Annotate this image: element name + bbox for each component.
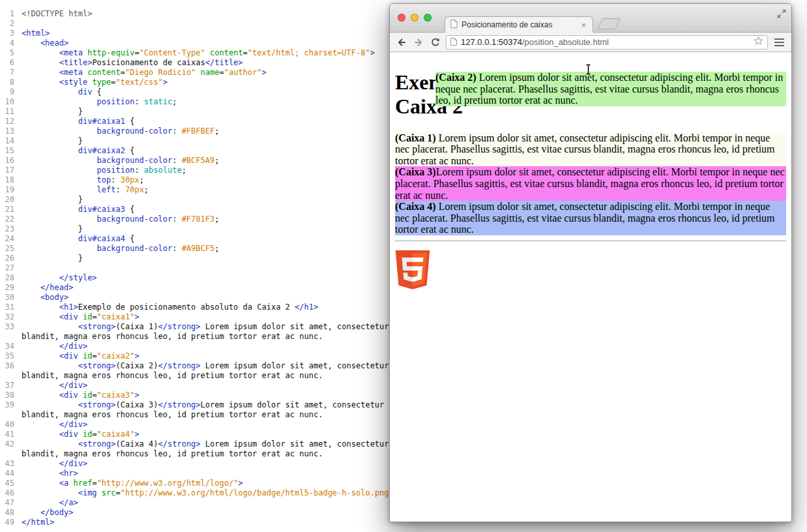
code-text: blandit, magna eros rhoncus leo, id pret… bbox=[22, 371, 323, 381]
code-text: blandit, magna eros rhoncus leo, id pret… bbox=[22, 332, 323, 342]
code-text: <style type="text/css"> bbox=[22, 78, 168, 87]
code-text: <div id="caixa3"> bbox=[22, 391, 139, 400]
url-path: /position_absolute.html bbox=[522, 37, 609, 47]
tab-title: Posicionamento de caixas bbox=[462, 20, 580, 29]
box-caixa1-text: Lorem ipsum dolor sit amet, consectetur … bbox=[395, 132, 775, 166]
code-text: </div> bbox=[22, 342, 87, 351]
code-text: } bbox=[22, 195, 83, 205]
code-text: <body> bbox=[22, 293, 68, 303]
code-text: <html> bbox=[22, 29, 50, 38]
code-text: background-color: #F781F3; bbox=[22, 214, 219, 224]
line-number: 44 bbox=[0, 469, 14, 479]
code-text: </style> bbox=[22, 273, 97, 283]
code-text: <div id="caixa1"> bbox=[22, 312, 139, 322]
line-number: 4 bbox=[0, 38, 14, 48]
line-number: 35 bbox=[0, 351, 14, 361]
code-text: <meta content="Diego Rodicio" name="auth… bbox=[22, 68, 267, 78]
code-text: </div> bbox=[22, 459, 87, 469]
line-number: 1 bbox=[0, 9, 14, 19]
favicon-icon bbox=[450, 19, 458, 31]
new-tab-button[interactable] bbox=[597, 18, 621, 29]
line-number bbox=[0, 449, 14, 459]
code-text: <hr> bbox=[22, 469, 78, 479]
box-caixa2-text: Lorem ipsum dolor sit amet, consectetur … bbox=[435, 72, 783, 106]
line-number: 6 bbox=[0, 58, 14, 68]
code-text: position: static; bbox=[22, 97, 177, 107]
minimize-window-button[interactable] bbox=[411, 14, 418, 22]
line-number: 37 bbox=[0, 381, 14, 391]
line-number: 34 bbox=[0, 342, 14, 351]
code-text: <div id="caixa2"> bbox=[22, 351, 139, 361]
code-text: blandit, magna eros rhoncus leo, id pret… bbox=[22, 410, 323, 420]
expand-window-icon[interactable] bbox=[777, 9, 786, 18]
line-number: 15 bbox=[0, 146, 14, 156]
html5-logo-link[interactable] bbox=[395, 250, 430, 289]
line-number: 49 bbox=[0, 518, 14, 527]
address-bar[interactable]: 127.0.0.1:50374/position_absolute.html bbox=[446, 35, 768, 50]
code-text: </a> bbox=[22, 498, 78, 508]
line-number: 41 bbox=[0, 430, 14, 439]
browser-tab[interactable]: Posicionamento de caixas × bbox=[445, 16, 593, 33]
code-text: background-color: #FBFBEF; bbox=[22, 126, 219, 136]
reload-button[interactable] bbox=[429, 36, 442, 49]
code-text: </div> bbox=[22, 381, 87, 391]
url-text[interactable]: 127.0.0.1:50374/position_absolute.html bbox=[461, 37, 750, 47]
line-number: 19 bbox=[0, 185, 14, 195]
box-caixa3-label: (Caixa 3) bbox=[395, 166, 436, 177]
line-number: 42 bbox=[0, 439, 14, 449]
code-text: <!DOCTYPE html> bbox=[22, 9, 92, 19]
code-text: <a href="http://www.w3.org/html/logo/"> bbox=[22, 479, 243, 488]
code-text: <strong>(Caixa 2)</strong> Lorem ipsum d… bbox=[22, 361, 403, 371]
code-text: top: 30px; bbox=[22, 175, 144, 185]
line-number: 25 bbox=[0, 244, 14, 254]
code-text: </html> bbox=[22, 518, 55, 527]
line-number: 22 bbox=[0, 214, 14, 224]
code-text: } bbox=[22, 224, 83, 234]
code-text: </div> bbox=[22, 420, 87, 430]
browser-toolbar: 127.0.0.1:50374/position_absolute.html bbox=[390, 33, 791, 52]
browser-titlebar[interactable]: Posicionamento de caixas × bbox=[390, 4, 791, 33]
tab-close-icon[interactable]: × bbox=[580, 21, 587, 29]
code-text: div#caixa4 { bbox=[22, 234, 134, 244]
line-number: 31 bbox=[0, 303, 14, 312]
window-controls bbox=[398, 14, 432, 22]
bookmark-star-icon[interactable] bbox=[754, 36, 763, 48]
line-number bbox=[0, 332, 14, 342]
code-text: position: absolute; bbox=[22, 166, 186, 175]
line-number: 9 bbox=[0, 87, 14, 97]
box-caixa2: (Caixa 2) Lorem ipsum dolor sit amet, co… bbox=[435, 72, 786, 106]
line-number: 2 bbox=[0, 19, 14, 29]
browser-window: Posicionamento de caixas × 12 bbox=[389, 3, 792, 522]
line-number: 38 bbox=[0, 391, 14, 400]
line-number: 26 bbox=[0, 254, 14, 263]
code-text: } bbox=[22, 107, 83, 117]
code-text: } bbox=[22, 136, 83, 146]
line-number: 29 bbox=[0, 283, 14, 293]
menu-icon[interactable] bbox=[772, 36, 786, 49]
close-window-button[interactable] bbox=[398, 14, 405, 22]
forward-button[interactable] bbox=[412, 36, 425, 49]
line-number bbox=[0, 410, 14, 420]
code-text: div#caixa3 { bbox=[22, 205, 134, 214]
code-text: blandit, magna eros rhoncus leo, id pret… bbox=[22, 449, 323, 459]
zoom-window-button[interactable] bbox=[424, 14, 432, 22]
page-icon bbox=[450, 37, 457, 48]
box-caixa1: (Caixa 1) Lorem ipsum dolor sit amet, co… bbox=[395, 132, 786, 167]
line-number: 20 bbox=[0, 195, 14, 205]
horizontal-rule bbox=[395, 241, 786, 241]
line-number: 27 bbox=[0, 263, 14, 273]
line-number: 48 bbox=[0, 508, 14, 518]
box-caixa4-label: (Caixa 4) bbox=[395, 201, 436, 212]
code-text: <title>Posicionamento de caixas</title> bbox=[22, 58, 243, 68]
line-number bbox=[0, 371, 14, 381]
code-text: } bbox=[22, 254, 83, 263]
line-number: 32 bbox=[0, 312, 14, 322]
back-button[interactable] bbox=[395, 36, 408, 49]
line-number: 13 bbox=[0, 126, 14, 136]
line-number: 21 bbox=[0, 205, 14, 214]
code-text: <strong>(Caixa 4)</strong> Lorem ipsum d… bbox=[22, 439, 403, 449]
line-number: 47 bbox=[0, 498, 14, 508]
code-text: background-color: #A9BCF5; bbox=[22, 244, 219, 254]
line-number: 3 bbox=[0, 29, 14, 38]
code-text: background-color: #BCF5A9; bbox=[22, 156, 219, 166]
